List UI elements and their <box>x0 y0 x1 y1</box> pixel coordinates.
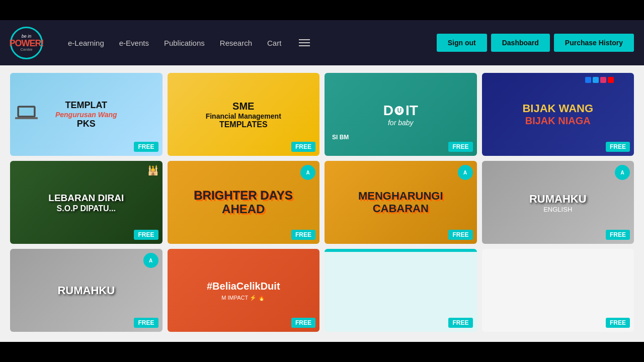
card-belia-celik-duit[interactable]: #BeliaCelikDuit M IMPACT ⚡ 🔥 FREE <box>168 249 320 332</box>
si-bm-label: SI BM <box>332 134 349 141</box>
corner-logo: A <box>615 165 630 180</box>
card-subtitle: BIJAK NIAGA <box>487 115 629 127</box>
corner-logo: A <box>143 253 158 268</box>
card-title: RUMAHKU <box>15 284 157 297</box>
card-text: BRIGHTER DAYS AHEAD <box>168 184 320 221</box>
free-badge: FREE <box>291 318 315 328</box>
youtube-icon <box>608 77 614 83</box>
hamburger-line-2 <box>299 42 310 43</box>
card-duit-baby[interactable]: D U IT for baby SI BM FREE <box>325 73 477 156</box>
card-title: SME <box>173 100 315 112</box>
mosque-icon: 🕌 <box>147 165 158 176</box>
purchase-history-button[interactable]: Purchase History <box>554 34 634 52</box>
svg-rect-2 <box>15 117 38 119</box>
card-sme[interactable]: SME Financial Management TEMPLATES FREE <box>168 73 320 156</box>
card-title: LEBARAN DIRAI <box>15 192 157 204</box>
nav-links: e-Learning e-Events Publications Researc… <box>68 37 424 49</box>
card-bijak-wang[interactable]: BIJAK WANG BIJAK NIAGA FREE <box>482 73 634 156</box>
twitter-icon <box>593 77 599 83</box>
duit-circle: U <box>395 106 404 115</box>
nav-publications[interactable]: Publications <box>164 39 205 47</box>
card-subtitle: Financial Management <box>173 112 315 120</box>
navbar: be in POWER! Centre e-Learning e-Events … <box>0 20 644 65</box>
free-badge: FREE <box>291 142 315 152</box>
card-text: LEBARAN DIRAI S.O.P DIPATU... <box>10 187 163 218</box>
card-sub2: TEMPLATES <box>173 120 315 129</box>
nav-research[interactable]: Research <box>220 39 252 47</box>
social-icons <box>585 77 614 83</box>
logo-power: POWER! <box>10 39 44 48</box>
card-text: D U IT for baby <box>383 103 418 127</box>
free-badge: FREE <box>606 318 630 328</box>
card-placeholder-2[interactable]: FREE <box>482 249 634 332</box>
main-content: TEMPLAT Pengurusan Wang PKS FREE SME Fin… <box>0 65 644 362</box>
card-text: #BeliaCelikDuit M IMPACT ⚡ 🔥 <box>168 275 320 306</box>
nav-elearning[interactable]: e-Learning <box>68 39 104 47</box>
free-badge: FREE <box>448 318 472 328</box>
card-title: BIJAK WANG <box>487 102 629 115</box>
top-stripe <box>325 249 477 252</box>
dashboard-button[interactable]: Dashboard <box>491 34 550 52</box>
card-text: MENGHARUNGI CABARAN <box>325 185 477 220</box>
free-badge: FREE <box>448 230 472 240</box>
nav-buttons: Sign out Dashboard Purchase History <box>437 34 634 52</box>
hamburger-line-1 <box>299 39 310 40</box>
corner-logo: A <box>458 165 473 180</box>
corner-logo: A <box>300 165 315 180</box>
signout-button[interactable]: Sign out <box>437 34 487 52</box>
logo-centre: Centre <box>20 48 32 52</box>
card-title-row: D U IT <box>383 103 418 119</box>
free-badge: FREE <box>134 318 158 328</box>
free-badge: FREE <box>291 230 315 240</box>
duit-rest: IT <box>406 103 418 119</box>
card-text: BIJAK WANG BIJAK NIAGA <box>482 97 634 132</box>
bottom-bar <box>0 342 644 362</box>
card-subtitle: CABARAN <box>330 202 472 215</box>
card-title: #BeliaCelikDuit <box>173 280 315 292</box>
card-grid: TEMPLAT Pengurusan Wang PKS FREE SME Fin… <box>10 73 634 332</box>
card-placeholder-1[interactable]: FREE <box>325 249 477 332</box>
card-brighter-days[interactable]: A BRIGHTER DAYS AHEAD FREE <box>168 161 320 244</box>
card-title: RUMAHKU <box>487 192 629 205</box>
nav-eevents[interactable]: e-Events <box>119 39 149 47</box>
duit-d: D <box>383 103 393 119</box>
free-badge: FREE <box>448 142 472 152</box>
card-mengharungi[interactable]: A MENGHARUNGI CABARAN FREE <box>325 161 477 244</box>
card-subtitle: M IMPACT ⚡ 🔥 <box>173 295 315 301</box>
hamburger-menu[interactable] <box>296 37 312 49</box>
card-rumahku-english[interactable]: A RUMAHKU ENGLISH FREE <box>482 161 634 244</box>
card-templat[interactable]: TEMPLAT Pengurusan Wang PKS FREE <box>10 73 163 156</box>
card-subtitle: S.O.P DIPATU... <box>15 204 157 213</box>
card-lebaran[interactable]: LEBARAN DIRAI S.O.P DIPATU... 🕌 FREE <box>10 161 163 244</box>
free-badge: FREE <box>606 142 630 152</box>
card-text: RUMAHKU <box>10 279 163 302</box>
instagram-icon <box>600 77 606 83</box>
card-subtitle: AHEAD <box>173 202 315 216</box>
logo-circle: be in POWER! Centre <box>10 27 43 59</box>
logo[interactable]: be in POWER! Centre <box>10 27 43 59</box>
nav-cart[interactable]: Cart <box>267 39 281 47</box>
top-bar <box>0 0 644 20</box>
free-badge: FREE <box>606 230 630 240</box>
card-title: MENGHARUNGI <box>330 190 472 202</box>
card-rumahku-2[interactable]: A RUMAHKU FREE <box>10 249 163 332</box>
card-title: BRIGHTER DAYS <box>173 189 315 202</box>
for-baby: for baby <box>383 119 418 127</box>
laptop-icon <box>15 101 40 126</box>
svg-rect-1 <box>19 108 34 116</box>
facebook-icon <box>585 77 591 83</box>
card-text: RUMAHKU ENGLISH <box>482 187 634 218</box>
card-subtitle: ENGLISH <box>487 205 629 213</box>
free-badge: FREE <box>134 230 158 240</box>
free-badge: FREE <box>134 142 158 152</box>
hamburger-line-3 <box>299 45 310 46</box>
card-text: SME Financial Management TEMPLATES <box>168 95 320 134</box>
